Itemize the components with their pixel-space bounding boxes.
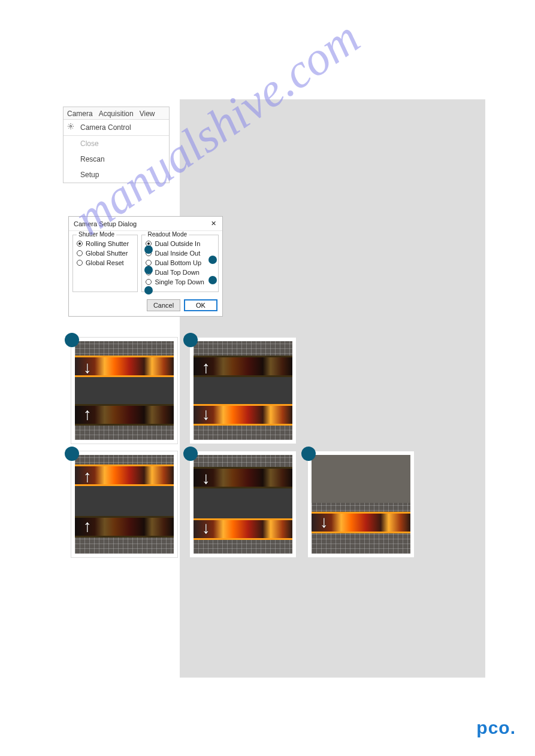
radio-label: Dual Bottom Up: [155, 259, 201, 266]
arrow-down-icon: ↓: [202, 470, 210, 487]
menu-view[interactable]: View: [140, 110, 155, 118]
arrow-down-icon: ↓: [320, 514, 328, 530]
arrow-up-icon: ↑: [83, 406, 92, 423]
shutter-legend: Shutter Mode: [77, 231, 116, 238]
dialog-titlebar: Camera Setup Dialog ✕: [69, 217, 222, 231]
menu-camera[interactable]: Camera: [67, 110, 93, 118]
arrow-down-icon: ↓: [83, 359, 92, 376]
radio-icon: [77, 250, 83, 256]
radio-label: Dual Top Down: [155, 269, 199, 276]
readout-mode-group: Readout Mode Dual Outside In Dual Inside…: [141, 235, 219, 292]
readout-legend: Readout Mode: [146, 231, 189, 238]
radio-single-top-down[interactable]: Single Top Down: [146, 277, 214, 287]
menu-dropdown: Camera Control Close Rescan Setup: [64, 120, 169, 183]
radio-label: Rolling Shutter: [86, 240, 129, 247]
marker-top-down-right: [208, 276, 217, 284]
thumb-image: ↑ ↑: [75, 455, 174, 554]
thumb-bottom-up: ↑ ↑: [71, 451, 178, 558]
marker-bottom-up-left: [144, 266, 153, 274]
thumb-marker-inside-out: [183, 333, 198, 347]
thumb-image: ↑ ↓: [194, 341, 292, 440]
marker-single-top-down-left: [144, 286, 153, 294]
radio-label: Dual Inside Out: [155, 250, 200, 257]
ok-button[interactable]: OK: [184, 299, 217, 311]
radio-global-shutter[interactable]: Global Shutter: [77, 248, 134, 258]
radio-icon: [146, 279, 152, 285]
radio-label: Global Shutter: [86, 250, 128, 257]
arrow-down-icon: ↓: [202, 520, 210, 536]
radio-dual-top-down[interactable]: Dual Top Down: [146, 268, 214, 277]
menu-screenshot: Camera Acquisition View Camera Control C…: [63, 107, 170, 183]
radio-dual-outside-in[interactable]: Dual Outside In: [146, 239, 214, 248]
arrow-up-icon: ↑: [83, 518, 92, 535]
marker-inside-out-right: [208, 256, 217, 264]
thumb-top-down: ↓ ↓: [189, 451, 297, 558]
thumb-image: ↓ ↑: [75, 341, 174, 440]
cancel-button[interactable]: Cancel: [147, 299, 180, 311]
menu-acquisition[interactable]: Acquisition: [99, 110, 134, 118]
svg-point-0: [70, 126, 72, 127]
thumb-marker-top-down: [183, 447, 198, 461]
menu-item-label: Camera Control: [80, 123, 131, 132]
arrow-up-icon: ↑: [202, 359, 210, 376]
arrow-down-icon: ↓: [202, 406, 210, 423]
radio-icon: [146, 260, 152, 266]
shutter-mode-group: Shutter Mode Rolling Shutter Global Shut…: [72, 235, 138, 292]
radio-global-reset[interactable]: Global Reset: [77, 258, 134, 268]
radio-label: Dual Outside In: [155, 240, 200, 247]
menu-item-close: Close: [64, 136, 169, 151]
radio-dual-inside-out[interactable]: Dual Inside Out: [146, 248, 214, 258]
menu-item-rescan[interactable]: Rescan: [64, 151, 169, 167]
gear-icon: [67, 123, 74, 130]
menu-item-label: Close: [80, 139, 99, 148]
thumb-single-top-down: ↓: [307, 451, 415, 558]
brand-logo: pco.: [476, 718, 516, 738]
thumb-outside-in: ↓ ↑: [71, 337, 178, 444]
thumb-inside-out: ↑ ↓: [189, 337, 297, 444]
thumb-image: ↓ ↓: [194, 455, 292, 554]
menu-item-label: Rescan: [80, 155, 105, 163]
menu-item-label: Setup: [80, 171, 99, 179]
radio-icon: [77, 260, 83, 266]
thumb-image: ↓: [312, 455, 410, 554]
arrow-up-icon: ↑: [83, 468, 92, 485]
marker-outside-in-left: [144, 245, 153, 254]
menu-item-camera-control[interactable]: Camera Control: [64, 120, 169, 136]
radio-dual-bottom-up[interactable]: Dual Bottom Up: [146, 258, 214, 268]
thumb-marker-outside-in: [65, 333, 79, 347]
thumb-marker-single-top-down: [301, 447, 316, 461]
radio-icon: [77, 241, 83, 247]
thumb-marker-bottom-up: [65, 447, 79, 461]
menu-bar: Camera Acquisition View: [64, 107, 169, 120]
radio-label: Single Top Down: [155, 278, 204, 286]
dialog-button-bar: Cancel OK: [69, 296, 222, 316]
close-icon[interactable]: ✕: [209, 220, 217, 227]
dialog-title-text: Camera Setup Dialog: [74, 220, 137, 227]
radio-rolling-shutter[interactable]: Rolling Shutter: [77, 239, 134, 248]
menu-item-setup[interactable]: Setup: [64, 167, 169, 183]
radio-label: Global Reset: [86, 259, 124, 266]
